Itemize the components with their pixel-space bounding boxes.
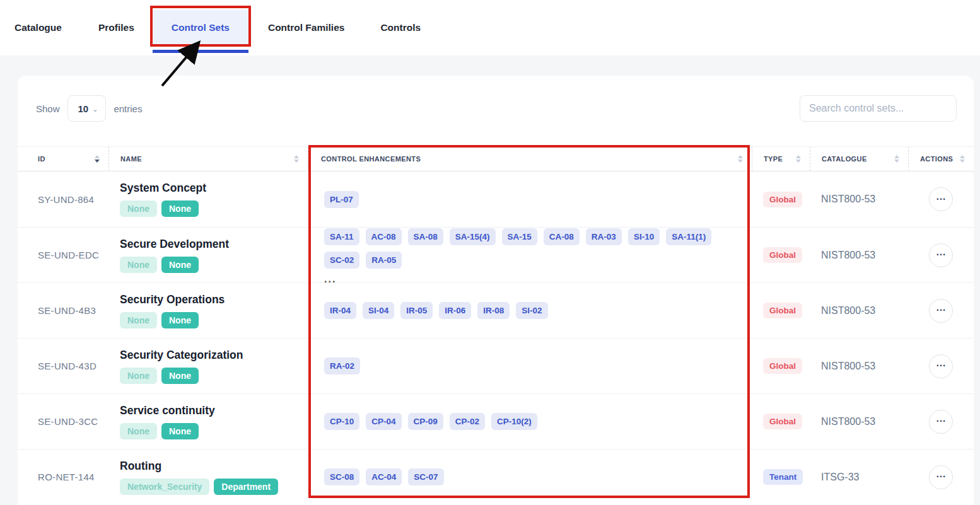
enhancement-chip: AC-08	[366, 228, 402, 245]
type-badge: Global	[763, 247, 802, 263]
row-id: SY-UND-864	[18, 194, 108, 205]
page-size-value: 10	[78, 103, 89, 114]
enhancement-list: IR-04SI-04IR-05IR-06IR-08SI-02	[324, 302, 733, 319]
enhancement-chip: CP-04	[366, 413, 401, 430]
enhancement-chip: IR-06	[439, 302, 471, 319]
top-navigation: Catalogue Profiles Control Sets Control …	[0, 0, 980, 55]
row-name-cell: Routing Network_SecurityDepartment	[108, 460, 308, 495]
enhancement-chip: SA-11(1)	[666, 228, 711, 245]
column-header-id-label: ID	[38, 155, 45, 163]
row-catalogue: NIST800-53	[810, 361, 908, 372]
table-row: SE-UND-EDC Secure Development NoneNone S…	[18, 227, 974, 282]
tag-badge: Department	[214, 479, 278, 495]
row-catalogue: NIST800-53	[810, 416, 908, 427]
row-actions-cell: •••	[908, 354, 974, 378]
entries-label: entries	[114, 103, 142, 114]
enhancement-chip: PL-07	[324, 191, 359, 208]
row-enhancements-cell: PL-07	[308, 191, 752, 208]
enhancement-chip: RA-05	[366, 252, 402, 269]
search-input[interactable]	[800, 95, 957, 122]
ellipsis-icon: •••	[935, 252, 946, 258]
column-header-control-enhancements[interactable]: CONTROL ENHANCEMENTS	[308, 147, 752, 171]
tab-controls[interactable]: Controls	[380, 22, 421, 33]
row-name-cell: Service continuity NoneNone	[108, 404, 308, 439]
column-header-id[interactable]: ID	[18, 147, 108, 171]
ellipsis-icon: •••	[935, 419, 946, 424]
row-id: SE-UND-4B3	[18, 305, 108, 316]
sort-icon	[796, 155, 801, 163]
table-row: SY-UND-864 System Concept NoneNone PL-07…	[18, 171, 974, 227]
row-actions-button[interactable]: •••	[929, 465, 953, 489]
enhancement-chip: CP-10(2)	[491, 413, 537, 430]
tag-list: Network_SecurityDepartment	[120, 479, 308, 495]
page-size-select[interactable]: 10 ⌄	[67, 95, 107, 122]
tag-badge: None	[161, 257, 199, 273]
tag-badge: None	[161, 200, 199, 217]
column-header-type[interactable]: TYPE	[752, 147, 810, 171]
enhancement-chip: IR-05	[400, 302, 433, 319]
enhancement-chip: SI-04	[363, 302, 394, 319]
table-toolbar: Show 10 ⌄ entries	[18, 76, 974, 146]
control-set-name: Security Operations	[120, 293, 308, 306]
enhancement-list: CP-10CP-04CP-09CP-02CP-10(2)	[324, 413, 733, 430]
tab-control-families[interactable]: Control Families	[268, 22, 344, 33]
row-enhancements-cell: RA-02	[308, 357, 752, 374]
row-catalogue: ITSG-33	[810, 472, 908, 483]
row-actions-button[interactable]: •••	[929, 354, 953, 378]
row-name-cell: System Concept NoneNone	[108, 182, 308, 217]
row-actions-cell: •••	[908, 410, 974, 434]
column-header-catalogue-label: CATALOGUE	[822, 155, 867, 163]
row-actions-button[interactable]: •••	[929, 187, 953, 211]
ellipsis-icon: •••	[935, 363, 946, 369]
row-actions-cell: •••	[908, 299, 974, 323]
column-header-name[interactable]: NAME	[108, 147, 308, 171]
row-actions-button[interactable]: •••	[929, 410, 953, 434]
column-header-catalogue[interactable]: CATALOGUE	[810, 147, 908, 171]
tag-badge: None	[120, 257, 157, 273]
column-header-type-label: TYPE	[764, 155, 783, 163]
ellipsis-icon: •••	[935, 197, 946, 202]
tab-control-sets-label: Control Sets	[172, 22, 230, 33]
tab-catalogue[interactable]: Catalogue	[15, 22, 62, 33]
row-actions-cell: •••	[908, 243, 974, 267]
sort-icon	[960, 155, 965, 163]
table-header: ID NAME CONTROL ENHANCEMENTS TYPE CATALO…	[18, 146, 974, 171]
page-size-group: Show 10 ⌄ entries	[36, 95, 142, 122]
column-header-actions-label: ACTIONS	[920, 155, 953, 163]
enhancement-list: SC-08AC-04SC-07	[324, 468, 733, 485]
control-set-name: Security Categorization	[120, 349, 308, 362]
enhancement-chip: CA-08	[544, 228, 580, 245]
row-enhancements-cell: SC-08AC-04SC-07	[308, 468, 752, 485]
enhancement-chip: SA-11	[324, 228, 359, 245]
enhancement-chip: IR-08	[477, 302, 510, 319]
enhancement-chip: AC-04	[366, 468, 402, 485]
enhancement-chip: SA-15(4)	[450, 228, 496, 245]
sort-icon	[894, 155, 899, 163]
sort-icon	[95, 155, 100, 163]
row-type-cell: Tenant	[752, 469, 810, 485]
row-type-cell: Global	[752, 303, 810, 318]
row-actions-button[interactable]: •••	[929, 243, 953, 267]
show-label: Show	[36, 103, 60, 114]
tag-list: NoneNone	[120, 257, 308, 273]
enhancement-chip: RA-02	[324, 357, 360, 374]
ellipsis-icon: •••	[935, 474, 946, 480]
active-tab-underline	[153, 50, 248, 53]
control-set-name: System Concept	[120, 182, 308, 195]
row-name-cell: Security Categorization NoneNone	[108, 349, 308, 384]
tag-badge: None	[161, 423, 199, 439]
tab-control-sets[interactable]: Control Sets	[153, 10, 248, 45]
row-enhancements-cell: CP-10CP-04CP-09CP-02CP-10(2)	[308, 413, 752, 430]
table-row: SE-UND-3CC Service continuity NoneNone C…	[18, 393, 974, 449]
type-badge: Global	[763, 303, 802, 318]
row-id: SE-UND-3CC	[18, 416, 108, 427]
more-enhancements-indicator: ...	[324, 276, 733, 282]
row-actions-button[interactable]: •••	[929, 299, 953, 323]
row-enhancements-cell: IR-04SI-04IR-05IR-06IR-08SI-02	[308, 302, 752, 319]
tab-profiles[interactable]: Profiles	[98, 22, 134, 33]
enhancement-chip: RA-03	[586, 228, 622, 245]
tag-badge: None	[120, 200, 157, 217]
column-header-actions[interactable]: ACTIONS	[908, 147, 974, 171]
row-actions-cell: •••	[908, 465, 974, 489]
tag-badge: Network_Security	[120, 479, 209, 495]
